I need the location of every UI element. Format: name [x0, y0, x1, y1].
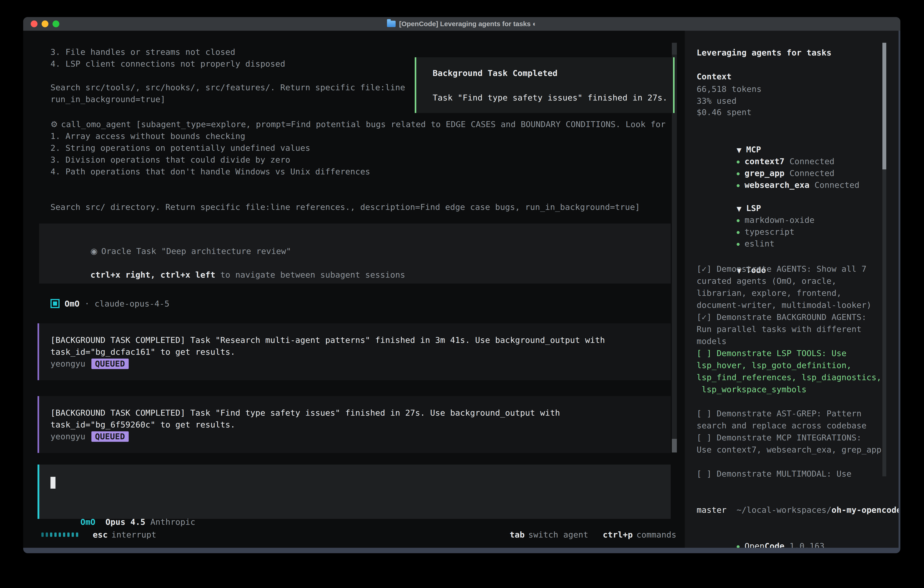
message-meta: yeongyu QUEUED [51, 358, 671, 370]
agent-session-header[interactable]: OmO · claude-opus-4-5 [51, 297, 170, 309]
text-line: 3. File handles or streams not closed [51, 46, 405, 58]
terminal-content: 3. File handles or streams not closed4. … [23, 31, 899, 548]
oracle-task-card[interactable]: ◉Oracle Task "Deep architecture review" … [39, 223, 671, 284]
lsp-section-header[interactable]: ▼LSP [696, 190, 761, 202]
text-line: Run parallel tasks with different [696, 323, 881, 335]
mcp-item: grep_app Connected [696, 155, 835, 167]
agent-square-icon [51, 299, 59, 308]
message-author: yeongyu [51, 358, 86, 370]
ctrlp-key-hint[interactable]: ctrl+p [603, 530, 633, 539]
esc-key-label: interrupt [111, 530, 157, 539]
message-line: [BACKGROUND TASK COMPLETED] Task "Find t… [51, 407, 671, 419]
tab-key-hint[interactable]: tab [510, 530, 525, 539]
mcp-item: context7 Connected [696, 143, 835, 155]
context-spent: $0.46 spent [696, 106, 752, 118]
status-dot-icon [737, 243, 739, 246]
text-line: [✓] Demonstrate BACKGROUND AGENTS: [696, 311, 881, 323]
scrollback-text: 3. File handles or streams not closed4. … [51, 46, 405, 105]
spinner-dots-icon [41, 532, 78, 537]
radio-circle-icon: ◉ [91, 246, 98, 256]
status-badge: QUEUED [91, 358, 129, 369]
text-line [51, 189, 640, 201]
context-heading: Context [696, 71, 732, 83]
notification-title: Background Task Completed [433, 67, 558, 79]
version-row: OpenCode 1.0.163 [696, 528, 824, 540]
text-line [696, 395, 881, 408]
message-line: task_id="bg_6f59260c" to get results. [51, 419, 671, 431]
status-right: tab switch agent ctrl+p commands [510, 530, 676, 539]
status-dot-icon [737, 184, 739, 187]
text-cursor [51, 477, 56, 489]
minimize-button-icon[interactable] [41, 20, 48, 27]
background-task-message[interactable]: [BACKGROUND TASK COMPLETED] Task "Find t… [38, 396, 671, 453]
lsp-item: markdown-oxide [696, 202, 814, 214]
text-line [51, 70, 405, 82]
separator-dot: · [84, 299, 89, 308]
text-line: Use context7, websearch_exa, grep_app [696, 444, 881, 456]
lsp-item: eslint [696, 226, 775, 238]
window-title-group: [OpenCode] Leveraging agents for tasks ◐ [387, 20, 537, 28]
text-line: [ ] Demonstrate LSP TOOLS: Use [696, 347, 881, 359]
esc-key-hint[interactable]: esc [93, 530, 108, 539]
agent-name: OmO [64, 299, 79, 308]
text-line: Search src/ directory. Return specific f… [51, 201, 640, 213]
sidebar: Leveraging agents for tasks Context 66,5… [685, 31, 899, 548]
window-title: [OpenCode] Leveraging agents for tasks ◐ [399, 20, 537, 28]
background-task-message[interactable]: [BACKGROUND TASK COMPLETED] Task "Resear… [38, 323, 671, 380]
sidebar-scrollbar[interactable] [883, 43, 886, 476]
status-dot-icon [737, 545, 739, 548]
todo-list: [✓] Demonstrate AGENTS: Show all 7curate… [696, 263, 881, 480]
tool-call-output: 1. Array access without bounds checking2… [51, 130, 640, 213]
message-line: [BACKGROUND TASK COMPLETED] Task "Resear… [51, 334, 671, 346]
context-used: 33% used [696, 95, 737, 107]
workspace-path: ~/local-workspaces/oh-my-opencode: [696, 492, 899, 504]
text-line: 2. String operations on potentially unde… [51, 142, 640, 154]
main-scrollbar-topcap [672, 43, 677, 55]
lsp-item: typescript [696, 214, 795, 226]
shortcut-keys: ctrl+x right, ctrl+x left [91, 270, 215, 279]
traffic-lights [31, 20, 59, 27]
oracle-task-title: Oracle Task "Deep architecture review" [101, 246, 291, 256]
text-line: [ ] Demonstrate AST-GREP: Pattern [696, 408, 881, 420]
text-line: Search src/tools/, src/hooks/, src/featu… [51, 82, 405, 93]
text-line: 3. Division operations that could divide… [51, 154, 640, 166]
tool-call-line: ⚙call_omo_agent [subagent_type=explore, … [51, 119, 665, 130]
model-provider-label: Anthropic [150, 517, 195, 527]
shortcut-label: to navigate between subagent sessions [215, 270, 405, 279]
active-model-label: Opus 4.5 [96, 517, 150, 527]
text-line: 4. Path operations that don't handle Win… [51, 166, 640, 178]
status-badge: QUEUED [91, 431, 129, 442]
active-agent-label: OmO [81, 517, 96, 527]
agent-model: claude-opus-4-5 [94, 299, 170, 308]
mcp-item: websearch_exa Connected [696, 167, 860, 179]
model-info-row[interactable]: OmO Opus 4.5 Anthropic [51, 504, 195, 516]
ctrlp-key-label: commands [636, 530, 676, 539]
message-author: yeongyu [51, 431, 86, 443]
text-line: models [696, 335, 881, 347]
terminal-window: [OpenCode] Leveraging agents for tasks ◐… [23, 17, 900, 553]
text-line [696, 456, 881, 468]
text-line: run_in_background=true] [51, 93, 405, 105]
zoom-button-icon[interactable] [53, 20, 59, 27]
title-bar[interactable]: [OpenCode] Leveraging agents for tasks ◐ [23, 17, 900, 31]
todo-section-header[interactable]: ▼Todo [696, 252, 766, 264]
text-line: [ ] Demonstrate MCP INTEGRATIONS: [696, 431, 881, 444]
message-line: task_id="bg_dcfac161" to get results. [51, 346, 671, 358]
mcp-section-header[interactable]: ▼MCP [696, 131, 761, 144]
status-bar: esc interrupt tab switch agent ctrl+p co… [23, 529, 685, 540]
text-line: search and replace across codebase [696, 420, 881, 431]
git-branch: master [696, 504, 727, 516]
message-meta: yeongyu QUEUED [51, 431, 671, 443]
text-line [51, 178, 640, 189]
main-scrollbar-thumb[interactable] [672, 439, 677, 453]
notification-body: Task "Find type safety issues" finished … [433, 92, 668, 104]
oracle-shortcut-hint: ctrl+x right, ctrl+x left to navigate be… [51, 257, 405, 292]
text-line: 4. LSP client connections not properly d… [51, 58, 405, 70]
text-line: lsp_hover, lsp_goto_definition, [696, 359, 881, 371]
close-button-icon[interactable] [31, 20, 38, 27]
text-line: librarian, explore, frontend, [696, 287, 881, 299]
sidebar-scrollbar-thumb[interactable] [883, 43, 886, 169]
session-title: Leveraging agents for tasks [696, 46, 832, 59]
text-line: lsp_workspace_symbols [696, 383, 881, 395]
notification-toast[interactable]: Background Task Completed Task "Find typ… [415, 57, 675, 113]
